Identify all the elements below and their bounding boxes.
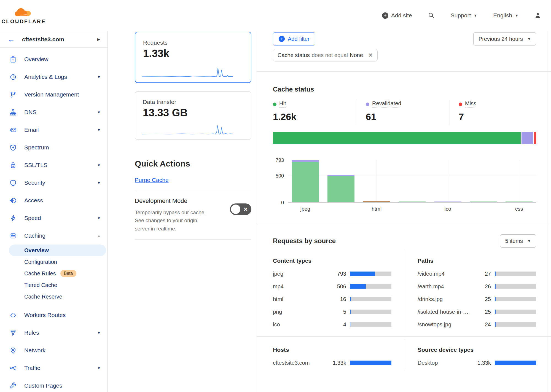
sidebar-item-speed[interactable]: Speed ▼ <box>0 209 107 227</box>
user-account-icon[interactable] <box>534 12 541 19</box>
sidebar-subitem-cache-rules[interactable]: Cache Rules Beta <box>0 268 107 279</box>
list-item: png 5 <box>273 305 391 318</box>
hosts-devices-columns: Hosts cftestsite3.com 1.33k Source devic… <box>273 339 536 369</box>
chart-tick-label: ico <box>432 206 463 212</box>
chart-bar-segment <box>434 202 461 202</box>
sidebar-item-network[interactable]: Network <box>0 342 107 359</box>
development-mode-toggle[interactable]: ✕ <box>230 203 251 215</box>
chevron-up-icon: ▲ <box>97 234 101 238</box>
list-item: /drinks.jpg 25 <box>418 293 536 305</box>
remove-filter-icon[interactable]: ✕ <box>368 52 373 58</box>
list-item: html 16 <box>273 293 391 305</box>
development-mode-description: Temporarily bypass our cache. See change… <box>135 208 211 233</box>
hit-dot-icon <box>273 103 276 106</box>
sidebar-item-caching[interactable]: Caching ▲ <box>0 227 107 245</box>
arrow-circle-icon <box>9 197 17 204</box>
revalidated-value: 61 <box>366 111 450 122</box>
value-bar <box>350 310 391 314</box>
sidebar-item-dns[interactable]: DNS ▼ <box>0 103 107 121</box>
legend-hit: Hit 1.26k <box>273 100 357 125</box>
value-bar <box>350 272 391 276</box>
chart-tick-label: html <box>361 206 392 212</box>
sidebar-item-security[interactable]: Security ▼ <box>0 174 107 192</box>
requests-metric-card[interactable]: Requests 1.33k <box>135 32 251 83</box>
sidebar: ← cftestsite3.com ▶ Overview Analytics &… <box>0 31 107 392</box>
sidebar-item-ssl-tls[interactable]: SSL/TLS ▼ <box>0 156 107 174</box>
sidebar-item-analytics-logs[interactable]: Analytics & Logs ▼ <box>0 68 107 86</box>
sidebar-nav-lower: Workers Routes Rules ▼ Network Traffic ▼ <box>0 306 107 392</box>
panel-right-edge <box>547 31 547 392</box>
sidebar-item-email[interactable]: Email ▼ <box>0 121 107 139</box>
sidebar-subitem-configuration[interactable]: Configuration <box>0 256 107 268</box>
stacked-bar-segment <box>534 132 536 144</box>
divider <box>135 190 251 190</box>
funnel-icon <box>9 329 17 337</box>
value-bar <box>350 297 391 301</box>
chart-column-ico <box>432 160 463 202</box>
sidebar-item-workers-routes[interactable]: Workers Routes <box>0 306 107 324</box>
chart-tick-label: css <box>504 206 534 212</box>
shield-star-icon <box>9 144 17 151</box>
chevron-down-icon: ▼ <box>515 14 518 18</box>
data-transfer-label: Data transfer <box>143 99 243 105</box>
sidebar-item-version-management[interactable]: Version Management <box>0 86 107 103</box>
sidebar-item-rules[interactable]: Rules ▼ <box>0 324 107 342</box>
sidebar-nav: Overview Analytics & Logs ▼ Version Mana… <box>0 48 107 392</box>
chevron-down-icon: ▼ <box>97 216 101 220</box>
list-item: mp4 506 <box>273 280 391 293</box>
add-site-button[interactable]: + Add site <box>382 12 412 19</box>
requests-label: Requests <box>143 39 243 46</box>
sidebar-subitem-caching-overview[interactable]: Overview <box>9 245 106 256</box>
caching-submenu: Overview Configuration Cache Rules Beta … <box>0 245 107 302</box>
sidebar-item-custom-pages[interactable]: Custom Pages <box>0 377 107 392</box>
time-range-select[interactable]: Previous 24 hours ▼ <box>473 32 536 45</box>
chevron-right-icon[interactable]: ▶ <box>97 37 100 41</box>
list-item: /isolated-house-in-mo... 25 <box>418 305 536 318</box>
content-types-column: Content types jpeg 793 mp4 <box>273 250 391 331</box>
top-bar-actions: + Add site Support ▼ English ▼ <box>382 12 541 19</box>
sidebar-subitem-tiered-cache[interactable]: Tiered Cache <box>0 279 107 291</box>
filter-chip-cache-status[interactable]: Cache status does not equal None ✕ <box>273 49 378 61</box>
add-filter-button[interactable]: + Add filter <box>273 32 315 45</box>
chart-tick-label <box>468 206 499 212</box>
chart-y-tick: 500 <box>276 173 284 179</box>
chevron-down-icon: ▼ <box>97 110 101 114</box>
sidebar-item-access[interactable]: Access <box>0 192 107 209</box>
device-types-title: Source device types <box>418 347 536 353</box>
requests-by-source-header: Requests by source 5 items ▼ <box>273 234 536 248</box>
hosts-list: cftestsite3.com 1.33k <box>273 356 391 369</box>
sidebar-item-spectrum[interactable]: Spectrum <box>0 139 107 156</box>
list-item: /snowtops.jpg 24 <box>418 318 536 331</box>
items-count-select[interactable]: 5 items ▼ <box>500 234 536 248</box>
language-menu[interactable]: English ▼ <box>493 12 518 19</box>
sidebar-item-traffic[interactable]: Traffic ▼ <box>0 359 107 377</box>
content-types-title: Content types <box>273 257 391 264</box>
plus-icon: + <box>279 36 285 42</box>
chart-column-css <box>504 160 534 202</box>
section-divider <box>257 336 551 337</box>
chevron-down-icon: ▼ <box>97 366 101 370</box>
development-mode-section: Development Mode Temporarily bypass our … <box>135 197 251 233</box>
analytics-panel: + Add filter Previous 24 hours ▼ Cache s… <box>257 31 551 392</box>
purge-cache-link[interactable]: Purge Cache <box>135 177 169 183</box>
search-icon[interactable] <box>428 12 435 19</box>
chart-y-tick: 0 <box>281 200 284 206</box>
sidebar-subitem-cache-reserve[interactable]: Cache Reserve <box>0 291 107 302</box>
sidebar-item-overview[interactable]: Overview <box>0 50 107 68</box>
data-transfer-metric-card[interactable]: Data transfer 13.33 GB <box>135 91 251 140</box>
cloudflare-logo[interactable]: CLOUDFLARE <box>5 7 42 25</box>
top-bar: CLOUDFLARE + Add site Support ▼ English … <box>0 0 551 31</box>
chart-bar-segment <box>470 202 497 202</box>
back-arrow-icon[interactable]: ← <box>8 36 15 43</box>
cache-status-title: Cache status <box>273 85 536 93</box>
list-item: Desktop 1.33k <box>418 356 536 369</box>
miss-value: 7 <box>459 111 536 122</box>
git-branch-icon <box>9 91 17 98</box>
revalidated-dot-icon <box>366 103 369 106</box>
support-menu[interactable]: Support ▼ <box>451 12 477 19</box>
hosts-column: Hosts cftestsite3.com 1.33k <box>273 339 391 369</box>
device-types-column: Source device types Desktop 1.33k <box>404 339 536 369</box>
cloudflare-cloud-icon <box>14 7 34 18</box>
data-transfer-value: 13.33 GB <box>143 107 243 119</box>
legend-revalidated: Revalidated 61 <box>357 100 450 125</box>
